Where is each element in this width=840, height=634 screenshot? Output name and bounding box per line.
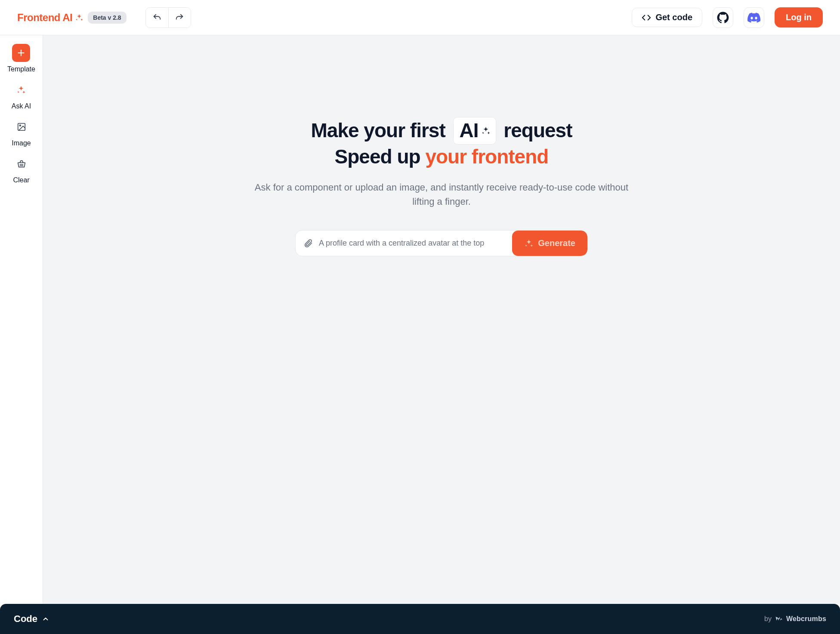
sidebar-item-template[interactable]: Template	[7, 44, 35, 73]
image-icon	[17, 122, 26, 132]
app-logo[interactable]: Frontend AI	[17, 12, 83, 24]
hero-subtitle: Ask for a component or upload an image, …	[248, 180, 635, 209]
hero-heading: Make your first AI request Speed up your…	[248, 117, 635, 169]
logo-area: Frontend AI Beta v 2.8	[17, 12, 127, 24]
svg-point-3	[19, 125, 21, 126]
undo-icon	[152, 13, 162, 22]
plus-icon	[16, 48, 26, 58]
code-panel-toggle[interactable]: Code	[14, 613, 49, 625]
sparkle-icon	[16, 85, 26, 95]
sparkle-icon	[75, 13, 83, 22]
generate-label: Generate	[538, 238, 575, 248]
left-sidebar: Template Ask AI Image	[0, 35, 43, 604]
sidebar-label-clear: Clear	[13, 176, 29, 184]
ai-chip-text: AI	[460, 118, 479, 143]
redo-icon	[175, 13, 184, 22]
beta-badge: Beta v 2.8	[88, 12, 126, 24]
sidebar-item-ask-ai[interactable]: Ask AI	[12, 81, 31, 110]
generate-button[interactable]: Generate	[512, 231, 587, 256]
plus-tile	[12, 44, 30, 62]
hero-line2-plain: Speed up	[335, 145, 426, 168]
paperclip-icon[interactable]	[303, 239, 313, 248]
clear-tile	[12, 155, 31, 173]
chevron-up-icon	[42, 615, 49, 623]
ai-chip: AI	[453, 117, 496, 145]
sidebar-label-ask-ai: Ask AI	[12, 102, 31, 110]
sparkle-icon	[481, 126, 491, 135]
login-button[interactable]: Log in	[775, 7, 823, 28]
login-label: Log in	[786, 12, 812, 22]
basket-icon	[17, 159, 26, 169]
discord-icon	[747, 12, 760, 23]
code-panel-label: Code	[14, 613, 37, 625]
code-icon	[642, 13, 651, 22]
redo-button[interactable]	[168, 8, 191, 28]
credits-by: by	[764, 615, 772, 623]
hero-line2-accent: your frontend	[425, 145, 548, 168]
prompt-input[interactable]	[319, 239, 504, 248]
webcrumbs-logo-icon	[775, 615, 783, 623]
credits: by Webcrumbs	[764, 615, 826, 623]
image-tile	[12, 118, 31, 136]
ask-ai-tile	[12, 81, 30, 99]
credits-name: Webcrumbs	[786, 615, 826, 623]
prompt-input-area	[296, 231, 512, 256]
sparkle-icon	[524, 239, 534, 248]
code-panel: Code by Webcrumbs	[0, 604, 840, 634]
get-code-button[interactable]: Get code	[632, 8, 702, 27]
hero-line1-after: request	[503, 119, 572, 142]
logo-text: Frontend AI	[17, 12, 72, 24]
sidebar-label-template: Template	[7, 65, 35, 73]
main-canvas: Make your first AI request Speed up your…	[43, 35, 840, 604]
undo-redo-group	[145, 7, 191, 28]
hero-line1-before: Make your first	[311, 119, 451, 142]
app-header: Frontend AI Beta v 2.8	[0, 0, 840, 35]
sidebar-item-image[interactable]: Image	[12, 118, 31, 147]
undo-button[interactable]	[146, 8, 168, 28]
github-button[interactable]	[713, 7, 733, 28]
github-icon	[717, 12, 729, 24]
get-code-label: Get code	[655, 12, 692, 22]
prompt-bar: Generate	[295, 230, 588, 256]
hero: Make your first AI request Speed up your…	[248, 117, 635, 209]
discord-button[interactable]	[744, 7, 764, 28]
sidebar-item-clear[interactable]: Clear	[12, 155, 31, 184]
sidebar-label-image: Image	[12, 139, 31, 147]
